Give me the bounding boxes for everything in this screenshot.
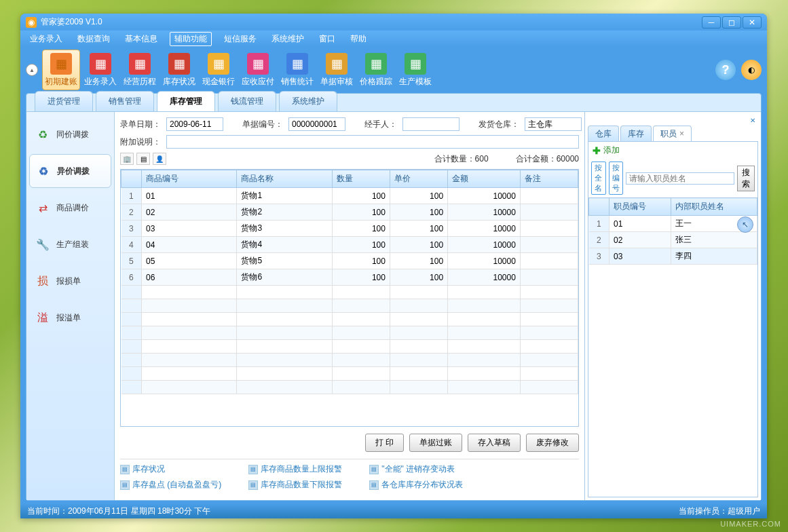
main-grid[interactable]: 商品编号商品名称数量单价金额备注 101货物110010010000202货物2…: [120, 169, 579, 427]
person-label: 经手人：: [364, 119, 397, 130]
table-row-empty[interactable]: [121, 354, 578, 367]
link-item[interactable]: ▤库存商品数量上限报警: [248, 463, 342, 475]
toolbar-3[interactable]: ▦库存状况: [160, 50, 198, 90]
tab-0[interactable]: 进货管理: [35, 91, 93, 111]
col-header[interactable]: 单价: [390, 170, 447, 188]
nav-1[interactable]: ♻异价调拨: [29, 154, 111, 188]
doc-label: 单据编号：: [242, 119, 283, 130]
tab-3[interactable]: 钱流管理: [218, 91, 276, 111]
date-input[interactable]: [166, 117, 223, 131]
side-tab-2[interactable]: 职员×: [653, 126, 692, 142]
side-grid[interactable]: 职员编号内部职员姓名 101王一202张三303李四: [588, 197, 757, 497]
table-row-empty[interactable]: [121, 367, 578, 381]
link-item[interactable]: ▤库存商品数量下限报警: [248, 479, 342, 491]
side-col-header[interactable]: 内部职员姓名: [671, 198, 757, 216]
by-fullname-pill[interactable]: 按全名: [591, 162, 606, 195]
close-button[interactable]: ✕: [743, 16, 762, 28]
side-row[interactable]: 303李四: [589, 248, 757, 265]
nav-3[interactable]: 🔧生产组装: [29, 227, 111, 261]
plus-icon: ✚: [593, 145, 601, 156]
side-row[interactable]: 101王一: [589, 216, 757, 232]
side-tab-0[interactable]: 仓库: [588, 126, 619, 142]
table-row-empty[interactable]: [121, 286, 578, 299]
nav-5[interactable]: 溢报溢单: [29, 301, 111, 335]
table-row-empty[interactable]: [121, 313, 578, 326]
side-col-header[interactable]: 职员编号: [609, 198, 671, 216]
search-button[interactable]: 搜索: [737, 166, 755, 191]
person-icon[interactable]: 👤: [153, 153, 166, 165]
search-input[interactable]: [626, 172, 734, 185]
tab-2[interactable]: 库存管理: [157, 91, 215, 111]
side-tab-1[interactable]: 库存: [620, 126, 652, 142]
toolbar-row: ▲ ▦初期建账▦业务录入▦经营历程▦库存状况▦现金银行▦应收应付▦销售统计▦单据…: [20, 47, 767, 93]
collapse-toolbar-icon[interactable]: ▲: [26, 64, 38, 76]
table-row[interactable]: 303货物310010010000: [121, 221, 578, 237]
toolbar-9[interactable]: ▦生产模板: [396, 50, 434, 90]
table-row[interactable]: 606货物610010010000: [121, 269, 578, 286]
table-row-empty[interactable]: [121, 326, 578, 340]
person-input[interactable]: [402, 117, 459, 131]
toolbar-8[interactable]: ▦价格跟踪: [357, 50, 395, 90]
by-number-pill[interactable]: 按编号: [609, 162, 624, 195]
col-header[interactable]: 备注: [520, 170, 578, 188]
action-btn-2[interactable]: 存入草稿: [468, 434, 521, 452]
menu-5[interactable]: 系统维护: [269, 32, 307, 46]
link-item[interactable]: ▤库存状况: [120, 463, 221, 475]
menu-1[interactable]: 数据查询: [75, 32, 113, 46]
list-icon[interactable]: ▤: [136, 153, 150, 165]
table-row-empty[interactable]: [121, 381, 578, 394]
col-header[interactable]: 商品编号: [142, 170, 237, 188]
maximize-button[interactable]: ◻: [722, 16, 741, 28]
col-header[interactable]: 数量: [332, 170, 390, 188]
toolbar-2[interactable]: ▦经营历程: [121, 50, 159, 90]
panel-close-icon[interactable]: ✕: [747, 117, 758, 124]
nav-2[interactable]: ⇄商品调价: [29, 191, 111, 225]
tab-1[interactable]: 销售管理: [96, 91, 154, 111]
col-header[interactable]: 金额: [448, 170, 521, 188]
menu-2[interactable]: 基本信息: [122, 32, 160, 46]
toolbar-5[interactable]: ▦应收应付: [239, 50, 277, 90]
toolbar-6[interactable]: ▦销售统计: [278, 50, 316, 90]
link-item[interactable]: ▤库存盘点 (自动盘盈盘亏): [120, 479, 221, 491]
action-btn-1[interactable]: 单据过账: [409, 434, 462, 452]
minimize-button[interactable]: ─: [702, 16, 721, 28]
table-row[interactable]: 404货物410010010000: [121, 237, 578, 253]
building-icon[interactable]: 🏢: [120, 153, 134, 165]
toolbar-icon-5: ▦: [247, 53, 269, 75]
action-btn-0[interactable]: 打 印: [365, 434, 404, 452]
doc-input[interactable]: [288, 117, 345, 131]
add-label: 添加: [603, 145, 620, 156]
side-row[interactable]: 202张三: [589, 232, 757, 248]
menu-7[interactable]: 帮助: [348, 32, 369, 46]
link-item[interactable]: ▤各仓库库存分布状况表: [369, 479, 463, 491]
warehouse-input[interactable]: [525, 117, 582, 131]
nav-4[interactable]: 损报损单: [29, 264, 111, 298]
col-header[interactable]: 商品名称: [237, 170, 332, 188]
link-item[interactable]: ▤"全能" 进销存变动表: [369, 463, 463, 475]
menu-4[interactable]: 短信服务: [221, 32, 259, 46]
tab-close-icon[interactable]: ×: [679, 129, 684, 138]
table-row-empty[interactable]: [121, 299, 578, 313]
menu-0[interactable]: 业务录入: [27, 32, 65, 46]
table-row[interactable]: 505货物510010010000: [121, 253, 578, 269]
globe-icon[interactable]: ◐: [741, 60, 762, 80]
toolbar-7[interactable]: ▦单据审核: [318, 50, 356, 90]
arrow-up-icon[interactable]: ↖: [737, 216, 753, 233]
grid-toolbar: 🏢 ▤ 👤 合计数量：600 合计金额：60000: [120, 153, 579, 165]
toolbar-1[interactable]: ▦业务录入: [81, 50, 119, 90]
note-input[interactable]: [166, 135, 579, 149]
table-row-empty[interactable]: [121, 340, 578, 354]
add-button[interactable]: ✚添加: [588, 142, 757, 159]
nav-0[interactable]: ♻同价调拨: [29, 117, 111, 151]
help-icon[interactable]: ?: [715, 60, 736, 80]
table-row[interactable]: 202货物210010010000: [121, 204, 578, 221]
status-user-value: 超级用户: [728, 506, 760, 516]
titlebar[interactable]: ◉ 管家婆2009 V1.0 ─ ◻ ✕: [20, 14, 767, 31]
action-btn-3[interactable]: 废弃修改: [526, 434, 579, 452]
tab-4[interactable]: 系统维护: [279, 91, 337, 111]
table-row[interactable]: 101货物110010010000: [121, 188, 578, 204]
menu-3[interactable]: 辅助功能: [170, 32, 212, 46]
toolbar-4[interactable]: ▦现金银行: [200, 50, 238, 90]
menu-6[interactable]: 窗口: [316, 32, 338, 46]
toolbar-0[interactable]: ▦初期建账: [42, 50, 80, 90]
